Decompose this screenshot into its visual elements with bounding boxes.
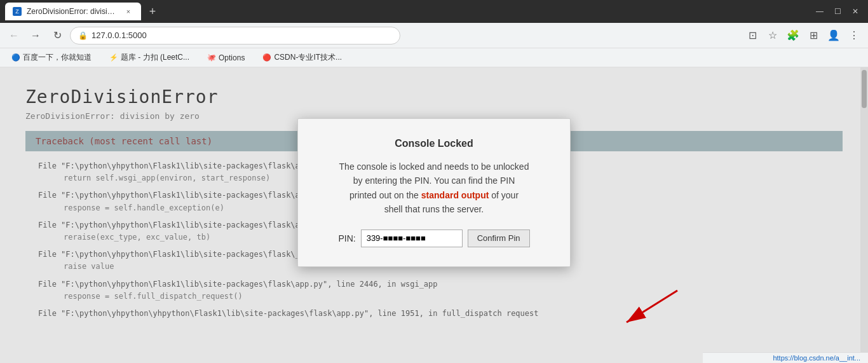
back-button[interactable]: ← <box>5 27 23 45</box>
profile-icon[interactable]: 👤 <box>825 27 843 45</box>
bookmark-baidu-label: 百度一下，你就知道 <box>23 52 92 63</box>
leetcode-icon: ⚡ <box>109 53 118 62</box>
modal-body-line3: printed out on the <box>349 190 419 200</box>
status-text: https://blog.csdn.ne/a__int... <box>773 354 860 362</box>
maximize-button[interactable]: ☐ <box>830 4 845 19</box>
close-window-button[interactable]: ✕ <box>848 4 863 19</box>
bookmark-options-label: Options <box>219 53 245 62</box>
bookmark-baidu[interactable]: 🔵 百度一下，你就知道 <box>8 50 95 65</box>
pip-icon[interactable]: ⊡ <box>743 27 761 45</box>
browser-titlebar: Z ZeroDivisionError: division by × + — ☐… <box>0 0 868 23</box>
pin-input[interactable] <box>361 229 463 247</box>
confirm-pin-button[interactable]: Confirm Pin <box>468 229 530 247</box>
pin-label: PIN: <box>338 233 355 243</box>
tab-favicon: Z <box>13 7 22 16</box>
bookmark-leetcode-label: 题库 - 力扣 (LeetC... <box>121 52 189 63</box>
toolbar-icons: ⊡ ☆ 🧩 ⊞ 👤 ⋮ <box>743 27 863 45</box>
baidu-icon: 🔵 <box>11 53 20 62</box>
tab-bar: Z ZeroDivisionError: division by × + <box>5 3 807 20</box>
modal-body: The console is locked and needs to be un… <box>317 160 551 217</box>
status-bar: https://blog.csdn.ne/a__int... <box>703 352 868 363</box>
modal-dialog: Console Locked The console is locked and… <box>297 118 571 267</box>
minimize-button[interactable]: — <box>812 4 827 19</box>
cast-icon[interactable]: ⊞ <box>804 27 822 45</box>
active-tab[interactable]: Z ZeroDivisionError: division by × <box>5 3 141 20</box>
modal-body-line2: by entering the PIN. You can find the PI… <box>353 175 515 186</box>
menu-icon[interactable]: ⋮ <box>845 27 863 45</box>
bookmarks-bar: 🔵 百度一下，你就知道 ⚡ 题库 - 力扣 (LeetC... 🐙 Option… <box>0 48 868 67</box>
address-text: 127.0.0.1:5000 <box>92 31 147 40</box>
modal-body-line4: of your <box>491 190 519 200</box>
page-content: ZeroDivisionError ZeroDivisionError: div… <box>0 67 868 363</box>
extension-icon[interactable]: 🧩 <box>784 27 802 45</box>
modal-body-line1: The console is locked and needs to be un… <box>339 161 529 172</box>
lock-icon: 🔒 <box>78 31 88 40</box>
modal-body-highlight: standard output <box>421 190 489 200</box>
tab-close-button[interactable]: × <box>123 6 133 17</box>
refresh-button[interactable]: ↻ <box>48 27 66 45</box>
modal-body-line5: shell that runs the server. <box>384 204 484 214</box>
star-icon[interactable]: ☆ <box>764 27 782 45</box>
address-bar-row: ← → ↻ 🔒 127.0.0.1:5000 ⊡ ☆ 🧩 ⊞ 👤 ⋮ <box>0 23 868 48</box>
bookmark-leetcode[interactable]: ⚡ 题库 - 力扣 (LeetC... <box>105 50 193 65</box>
address-input[interactable]: 🔒 127.0.0.1:5000 <box>70 27 400 45</box>
pin-row: PIN: Confirm Pin <box>317 229 551 247</box>
forward-button[interactable]: → <box>27 27 44 45</box>
new-tab-button[interactable]: + <box>144 3 161 20</box>
github-icon: 🐙 <box>207 53 216 62</box>
window-controls: — ☐ ✕ <box>812 4 863 19</box>
modal-title: Console Locked <box>317 138 551 149</box>
csdn-icon: 🔴 <box>262 53 271 62</box>
modal-overlay: Console Locked The console is locked and… <box>0 67 868 363</box>
tab-title: ZeroDivisionError: division by <box>27 7 116 16</box>
bookmark-csdn-label: CSDN-专业IT技术... <box>274 52 342 63</box>
bookmark-options[interactable]: 🐙 Options <box>203 51 248 64</box>
bookmark-csdn[interactable]: 🔴 CSDN-专业IT技术... <box>259 50 346 65</box>
